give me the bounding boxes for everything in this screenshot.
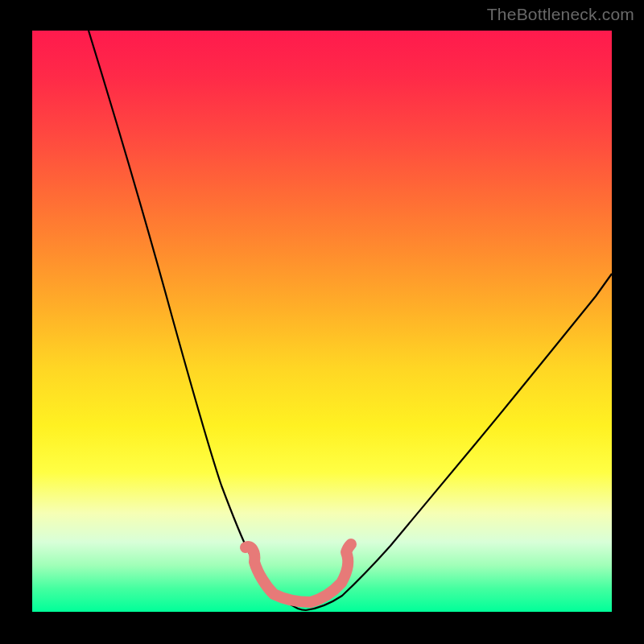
watermark-text: TheBottleneck.com (487, 5, 634, 24)
chart-svg (32, 31, 612, 612)
curve-bottom-highlight (246, 544, 351, 602)
chart-plot-area (32, 31, 612, 612)
curve-left-branch (89, 31, 306, 610)
